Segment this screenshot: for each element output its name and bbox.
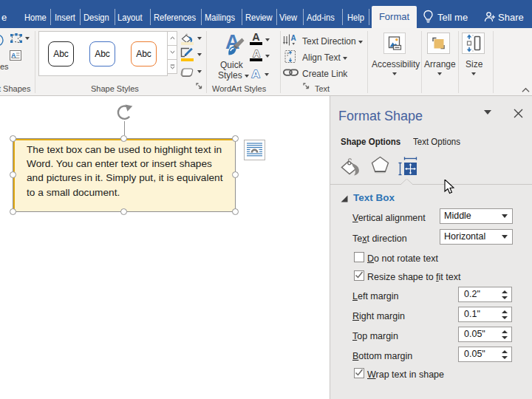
- svg-text:A: A: [251, 67, 259, 78]
- svg-text:A: A: [253, 48, 260, 58]
- svg-text:A: A: [291, 34, 296, 42]
